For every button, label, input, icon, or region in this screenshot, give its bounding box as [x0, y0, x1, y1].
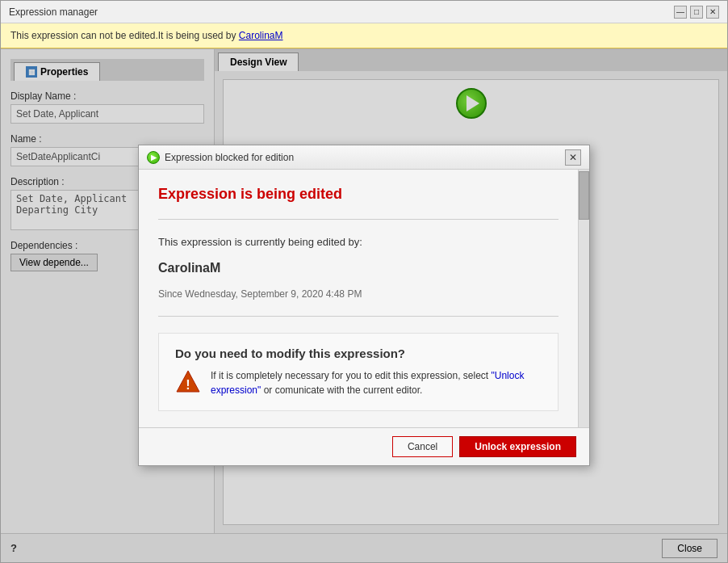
warning-icon: ! — [175, 368, 201, 394]
dialog-divider-2 — [158, 316, 559, 317]
dialog-title-left: ▶ Expression blocked for edition — [147, 151, 294, 164]
dialog-divider-1 — [158, 219, 559, 220]
svg-text:!: ! — [186, 378, 190, 392]
dialog-being-edited-text: This expression is currently being edite… — [158, 236, 559, 248]
dialog-icon: ▶ — [147, 151, 160, 164]
main-window: Expression manager — □ ✕ This expression… — [0, 0, 728, 563]
warning-user-link[interactable]: CarolinaM — [239, 30, 283, 41]
dialog-scrollbar[interactable] — [578, 170, 589, 427]
scrollbar-thumb[interactable] — [579, 171, 589, 220]
title-bar-controls: — □ ✕ — [674, 6, 719, 19]
dialog-body: Expression is being edited This expressi… — [139, 170, 589, 427]
dialog-heading: Expression is being edited — [158, 186, 559, 203]
dialog-close-button[interactable]: ✕ — [565, 149, 581, 166]
dialog-footer: Cancel Unlock expression — [139, 427, 589, 465]
dialog: ▶ Expression blocked for edition ✕ Expre… — [138, 145, 590, 466]
unlock-expression-button[interactable]: Unlock expression — [459, 436, 576, 457]
dialog-content: Expression is being edited This expressi… — [139, 170, 578, 427]
dialog-modify-body: ! If it is completely necessary for you … — [175, 368, 542, 397]
window-close-button[interactable]: ✕ — [706, 6, 719, 19]
dialog-modify-section: Do you need to modify this expression? ! — [158, 333, 559, 411]
minimize-button[interactable]: — — [674, 6, 687, 19]
warning-triangle-svg: ! — [175, 368, 201, 394]
warning-text: This expression can not be edited.It is … — [10, 30, 239, 41]
dialog-modify-body-text: If it is completely necessary for you to… — [211, 368, 542, 397]
dialog-overlay: ▶ Expression blocked for edition ✕ Expre… — [1, 48, 727, 562]
content-area: ▦ Properties Display Name : Name : Descr… — [1, 48, 727, 562]
maximize-button[interactable]: □ — [690, 6, 703, 19]
dialog-title-text: Expression blocked for edition — [165, 152, 294, 163]
dialog-user-name: CarolinaM — [158, 261, 559, 275]
window-title: Expression manager — [9, 6, 98, 18]
dialog-modify-title: Do you need to modify this expression? — [175, 347, 542, 360]
dialog-title-bar: ▶ Expression blocked for edition ✕ — [139, 145, 589, 170]
dialog-since-text: Since Wednesday, September 9, 2020 4:48 … — [158, 288, 559, 300]
title-bar: Expression manager — □ ✕ — [1, 1, 727, 23]
cancel-button[interactable]: Cancel — [392, 436, 453, 457]
warning-banner: This expression can not be edited.It is … — [1, 23, 727, 48]
unlock-reference-text: "Unlock expression" — [211, 370, 524, 396]
